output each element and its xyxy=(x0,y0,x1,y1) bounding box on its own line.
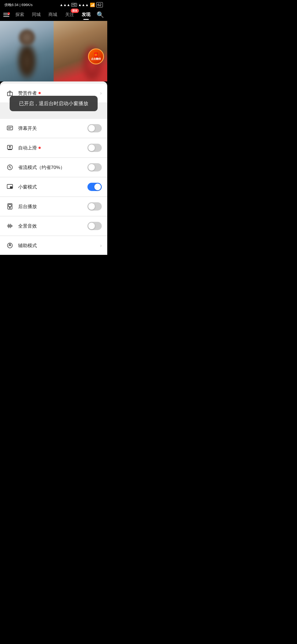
accessibility-label: 辅助模式 xyxy=(18,242,100,249)
accessibility-chevron: › xyxy=(100,243,102,249)
svg-point-12 xyxy=(9,207,10,208)
status-bar: 傍晚6:34 | 696K/s ▲▲▲ HD ▲▲▲ 📶 62 xyxy=(0,0,107,9)
video-left xyxy=(0,21,54,81)
status-time: 傍晚6:34 xyxy=(4,3,18,7)
signal-icon: ▲▲▲ xyxy=(60,3,70,7)
miniwindow-icon xyxy=(6,182,14,191)
red-packet-icon: 🧧 xyxy=(93,52,99,58)
tab-follow[interactable]: 关注 朋友 xyxy=(65,11,75,19)
menu-notification-dot xyxy=(8,12,10,15)
nav-bar: 探索 同城 商城 关注 朋友 发现 🔍 xyxy=(0,9,107,21)
tooltip-text: 已开启，退后台时启动小窗播放 xyxy=(10,96,98,111)
settings-item-autoscroll[interactable]: 自动上滑 xyxy=(0,138,107,157)
autoscroll-dot xyxy=(38,147,41,149)
nav-tabs: 探索 同城 商城 关注 朋友 发现 xyxy=(12,11,94,19)
gift-label: 赞赏作者 xyxy=(18,90,100,96)
background-toggle[interactable] xyxy=(87,202,102,211)
autoscroll-icon xyxy=(6,143,14,152)
miniwindow-label: 小窗模式 xyxy=(18,184,87,190)
background-label: 后台播放 xyxy=(18,203,87,210)
follow-badge: 朋友 xyxy=(71,9,79,13)
autoscroll-label: 自动上滑 xyxy=(18,145,87,151)
settings-item-miniwindow[interactable]: 小窗模式 xyxy=(0,177,107,196)
person-blur-left xyxy=(16,40,38,81)
accessibility-icon xyxy=(6,241,14,250)
settings-item-panorama[interactable]: 全景音效 xyxy=(0,216,107,235)
tab-shop[interactable]: 商城 xyxy=(48,11,58,19)
status-icons: ▲▲▲ HD ▲▲▲ 📶 62 xyxy=(60,2,103,7)
datasave-label: 省流模式（约省70%） xyxy=(18,164,87,171)
status-speed: | xyxy=(20,3,21,7)
status-time-speed: 傍晚6:34 | 696K/s xyxy=(4,2,32,7)
danmu-icon xyxy=(6,124,14,133)
datasave-icon xyxy=(6,163,14,172)
battery-icon: 62 xyxy=(96,2,103,7)
background-icon xyxy=(6,202,14,211)
gift-chevron: › xyxy=(100,90,102,96)
miniwindow-toggle[interactable] xyxy=(87,183,102,191)
settings-panel: 赞赏作者 › 已开启，退后台时启动小窗播放 弹幕开关 xyxy=(0,81,107,255)
red-packet-label: 点击翻倍 xyxy=(91,58,101,61)
settings-item-background[interactable]: 后台播放 xyxy=(0,197,107,216)
menu-button[interactable] xyxy=(3,13,9,17)
danmu-toggle[interactable] xyxy=(87,124,102,132)
gift-dot xyxy=(38,92,41,94)
hd-badge: HD xyxy=(71,3,77,7)
settings-item-accessibility[interactable]: 辅助模式 › xyxy=(0,236,107,255)
panorama-icon xyxy=(6,222,14,230)
settings-item-datasave[interactable]: 省流模式（约省70%） xyxy=(0,158,107,177)
signal2-icon: ▲▲▲ xyxy=(78,3,89,7)
video-area: 🧧 点击翻倍 xyxy=(0,21,107,81)
search-button[interactable]: 🔍 xyxy=(97,11,104,18)
svg-rect-9 xyxy=(10,187,12,188)
autoscroll-toggle[interactable] xyxy=(87,144,102,152)
network-speed: 696K/s xyxy=(21,3,32,7)
panorama-label: 全景音效 xyxy=(18,223,87,229)
tab-local[interactable]: 同城 xyxy=(31,11,41,19)
tab-explore[interactable]: 探索 xyxy=(15,11,25,19)
red-packet-button[interactable]: 🧧 点击翻倍 xyxy=(88,48,104,64)
danmu-label: 弹幕开关 xyxy=(18,125,87,132)
svg-rect-1 xyxy=(7,126,13,130)
tab-discover[interactable]: 发现 xyxy=(81,11,91,19)
settings-item-danmu[interactable]: 弹幕开关 xyxy=(0,119,107,138)
wifi-icon: 📶 xyxy=(90,2,95,7)
panorama-toggle[interactable] xyxy=(87,222,102,230)
datasave-toggle[interactable] xyxy=(87,163,102,171)
svg-rect-11 xyxy=(9,204,11,207)
